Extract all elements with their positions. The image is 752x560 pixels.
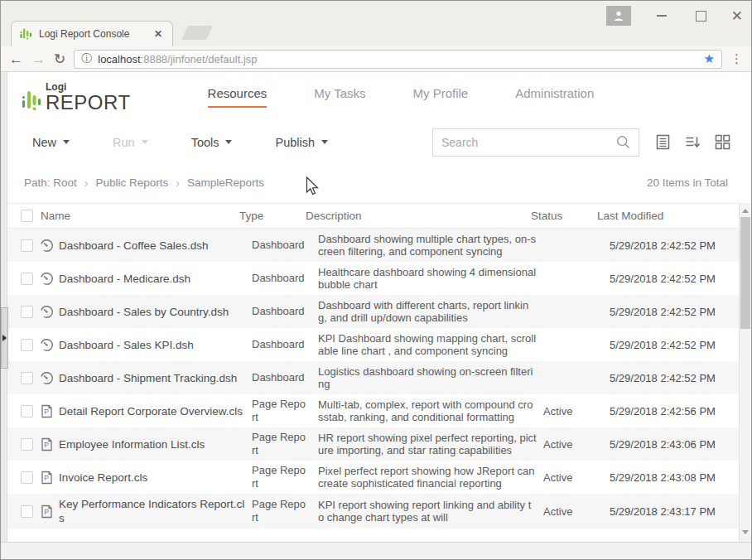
table-row[interactable]: Dashboard - Coffee Sales.dsh Dashboard D… <box>1 229 751 262</box>
row-name[interactable]: Dashboard - Shipment Tracking.dsh <box>59 371 245 385</box>
address-bar: ← → ↻ ⓘ localhost:8888/jinfonet/default.… <box>1 46 751 72</box>
row-type: Dashboard <box>252 371 306 384</box>
row-checkbox[interactable] <box>21 405 33 418</box>
table-header: Name Type Description Status Last Modifi… <box>1 203 751 229</box>
url-host: localhost <box>98 53 140 65</box>
table-row[interactable]: P Employee Information List.cls Page Rep… <box>1 427 751 461</box>
scroll-down-button[interactable] <box>740 526 751 538</box>
row-name[interactable]: Dashboard - Coffee Sales.dsh <box>59 239 245 253</box>
scroll-up-icon <box>742 209 749 213</box>
row-description: Dashboard showing multiple chart types, … <box>318 233 537 258</box>
new-menu-button[interactable]: New <box>32 136 70 149</box>
row-name[interactable]: Detail Report Corporate Overview.cls <box>59 404 245 418</box>
row-checkbox[interactable] <box>21 273 33 285</box>
browser-titlebar: ✕ Logi Report Console ✕ <box>1 1 751 46</box>
run-menu-button[interactable]: Run <box>113 136 148 149</box>
row-checkbox[interactable] <box>21 306 33 318</box>
row-name[interactable]: Dashboard - Medicare.dsh <box>59 272 245 286</box>
tab-close-icon[interactable]: ✕ <box>151 27 166 41</box>
maximize-button[interactable] <box>696 11 706 22</box>
breadcrumb-samplereports[interactable]: SampleReports <box>187 176 264 189</box>
nav-resources[interactable]: Resources <box>208 86 268 108</box>
column-last-modified[interactable]: Last Modified <box>597 210 751 222</box>
minimize-button[interactable] <box>657 15 667 17</box>
view-switcher <box>655 134 730 150</box>
row-checkbox[interactable] <box>21 438 33 451</box>
select-all-checkbox[interactable] <box>21 210 33 222</box>
table-row[interactable]: P Detail Report Corporate Overview.cls P… <box>1 394 751 427</box>
chevron-right-icon: › <box>84 176 89 190</box>
column-name[interactable]: Name <box>41 210 239 222</box>
bookmark-star-icon[interactable]: ★ <box>704 51 715 66</box>
table-scrollbar[interactable] <box>739 203 751 542</box>
row-description: Healthcare dashboard showing 4 dimension… <box>318 266 537 291</box>
search-box <box>432 128 639 157</box>
scroll-up-button[interactable] <box>740 205 751 217</box>
app-header: Logi REPORT Resources My Tasks My Profil… <box>1 72 751 122</box>
row-checkbox[interactable] <box>21 339 33 351</box>
url-field[interactable]: ⓘ localhost:8888/jinfonet/default.jsp ★ <box>74 50 722 69</box>
row-modified: 5/29/2018 2:42:52 PM <box>610 339 738 351</box>
row-name[interactable]: Dashboard - Sales by Country.dsh <box>59 305 245 319</box>
chevron-right-icon: › <box>176 176 180 190</box>
logo-text-large: REPORT <box>46 91 131 113</box>
table-row[interactable]: P Key Performance Indicators Report.cls … <box>1 494 751 529</box>
table-row[interactable]: Dashboard - Sales by Country.dsh Dashboa… <box>1 295 751 328</box>
search-input[interactable] <box>441 136 616 149</box>
expand-arrow-icon <box>2 335 7 341</box>
items-total: 20 Items in Total <box>647 176 728 189</box>
column-type[interactable]: Type <box>239 210 294 222</box>
panel-expand-handle[interactable] <box>1 307 8 369</box>
row-name[interactable]: Key Performance Indicators Report.cls <box>59 497 245 525</box>
row-checkbox[interactable] <box>21 239 33 252</box>
row-description: KPI report showing report linking and ab… <box>318 499 537 524</box>
row-modified: 5/29/2018 2:42:52 PM <box>610 239 738 252</box>
table-row[interactable]: Dashboard - Medicare.dsh Dashboard Healt… <box>1 262 751 295</box>
row-type: Dashboard <box>252 305 306 318</box>
browser-window: ✕ Logi Report Console ✕ ← → ↻ ⓘ localhos… <box>0 0 752 560</box>
scrollbar-thumb[interactable] <box>740 217 750 329</box>
breadcrumb-root[interactable]: Root <box>53 176 77 189</box>
row-checkbox[interactable] <box>21 505 33 518</box>
column-status[interactable]: Status <box>531 210 591 222</box>
row-name[interactable]: Employee Information List.cls <box>59 437 245 451</box>
status-bar <box>1 542 751 559</box>
menu-kebab-icon[interactable]: ⋮ <box>730 51 743 66</box>
nav-my-tasks[interactable]: My Tasks <box>314 86 365 108</box>
search-icon[interactable] <box>616 135 630 149</box>
table-row[interactable]: Dashboard - Sales KPI.dsh Dashboard KPI … <box>1 328 751 361</box>
nav-my-profile[interactable]: My Profile <box>413 86 469 108</box>
grid-view-icon[interactable] <box>715 134 730 150</box>
table-body: Dashboard - Coffee Sales.dsh Dashboard D… <box>1 229 751 542</box>
profile-button[interactable] <box>606 6 631 26</box>
row-checkbox[interactable] <box>21 372 33 384</box>
table-row[interactable]: P Invoice Report.cls Page Report Pixel p… <box>1 461 751 494</box>
publish-menu-button[interactable]: Publish <box>275 136 328 149</box>
row-description: Pixel perfect report showing how JReport… <box>318 465 537 490</box>
info-icon[interactable]: ⓘ <box>81 51 92 66</box>
row-name[interactable]: Dashboard - Sales KPI.dsh <box>59 338 245 352</box>
detail-view-icon[interactable] <box>655 134 671 150</box>
row-name[interactable]: Invoice Report.cls <box>59 471 245 485</box>
column-description[interactable]: Description <box>306 210 524 222</box>
browser-tab[interactable]: Logi Report Console ✕ <box>11 21 173 46</box>
row-checkbox[interactable] <box>21 471 33 484</box>
back-button[interactable]: ← <box>9 52 23 66</box>
row-type: Page Report <box>252 464 306 490</box>
nav-administration[interactable]: Administration <box>515 86 594 108</box>
refresh-button[interactable]: ↻ <box>54 52 65 66</box>
row-modified: 5/29/2018 2:43:06 PM <box>610 438 738 451</box>
close-button[interactable]: ✕ <box>731 11 743 22</box>
svg-text:P: P <box>44 407 49 415</box>
publish-menu-label: Publish <box>275 136 315 149</box>
sort-icon[interactable] <box>685 134 701 150</box>
forward-button[interactable]: → <box>31 52 46 66</box>
dashboard-icon <box>40 371 54 385</box>
breadcrumb-public-reports[interactable]: Public Reports <box>96 176 169 189</box>
table-row[interactable]: Dashboard - Shipment Tracking.dsh Dashbo… <box>1 361 751 394</box>
url-text[interactable]: localhost:8888/jinfonet/default.jsp <box>98 53 697 65</box>
new-menu-label: New <box>32 136 56 149</box>
new-tab-button[interactable] <box>181 26 213 40</box>
run-menu-label: Run <box>113 136 135 149</box>
tools-menu-button[interactable]: Tools <box>191 136 233 149</box>
